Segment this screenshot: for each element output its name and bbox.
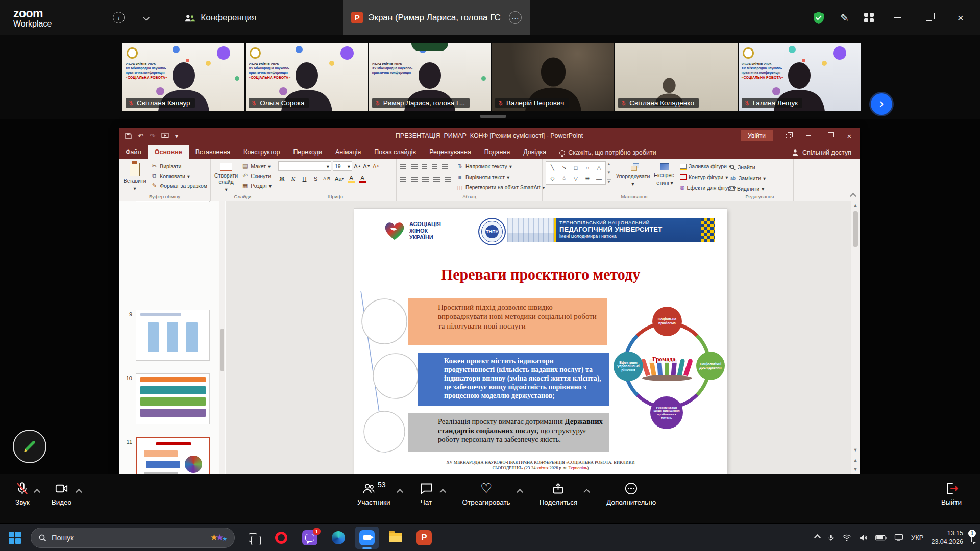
font-name-combo[interactable]: ▾ xyxy=(278,161,331,171)
line-spacing-icon[interactable] xyxy=(442,164,448,170)
slide[interactable]: АСОЦІАЦІЯ ЖІНОК УКРАЇНИ ТНПУ ТЕРНОПІЛЬСЬ… xyxy=(354,209,727,474)
slide-thumbnail-9[interactable] xyxy=(136,310,210,361)
video-tile[interactable]: Валерій Петрович xyxy=(492,43,614,111)
undo-icon[interactable]: ↶ xyxy=(138,132,143,140)
apps-grid-icon[interactable] xyxy=(864,13,874,22)
grow-font-button[interactable]: А▲ xyxy=(354,162,361,170)
qat-dropdown-icon[interactable]: ▾ xyxy=(175,132,179,140)
redo-icon[interactable]: ↷ xyxy=(150,132,155,140)
tab-animations[interactable]: Анімація xyxy=(329,145,368,159)
shape-glyph[interactable]: ↘ xyxy=(562,164,567,171)
video-tile[interactable]: 23-24 квітня 2026 XV Міжнародна науково-… xyxy=(246,43,368,111)
shape-glyph[interactable]: ▽ xyxy=(574,175,578,182)
change-case-button[interactable]: Аа▾ xyxy=(335,174,344,183)
tab-more-icon[interactable]: … xyxy=(509,11,522,24)
tab-meeting[interactable]: Конференция xyxy=(184,13,256,23)
clear-format-button[interactable]: А✗ xyxy=(372,162,380,170)
file-explorer-app[interactable] xyxy=(384,527,407,549)
edge-app[interactable] xyxy=(327,527,350,549)
select-button[interactable]: Виділити▾ xyxy=(729,184,790,193)
justify-icon[interactable] xyxy=(433,177,440,183)
quick-styles-button[interactable]: Експрес- стилі ▾ xyxy=(654,161,676,192)
tell-me-box[interactable]: Скажіть, що потрібно зробити xyxy=(553,146,663,159)
react-chevron[interactable] xyxy=(517,489,523,495)
participants-chevron[interactable] xyxy=(397,489,403,495)
increase-indent-icon[interactable] xyxy=(432,164,437,170)
tab-file[interactable]: Файл xyxy=(119,145,148,159)
shapes-gallery[interactable]: ╲ ↘ □ ○ △ ◇ ☆ ▽ ⊕ — ▲ ▼ ▼ xyxy=(546,161,612,192)
shape-glyph[interactable]: ⊕ xyxy=(585,175,590,182)
align-text-button[interactable]: ≡Вирівняти текст▾ xyxy=(456,172,545,182)
gallery-more-icon[interactable]: ▼ xyxy=(607,179,611,184)
advantage-block-2[interactable]: Кожен проєкт містить індикатори продукти… xyxy=(418,353,609,406)
ribbon-options-button[interactable] xyxy=(778,128,798,144)
save-icon[interactable] xyxy=(125,133,132,139)
speaker-icon[interactable] xyxy=(859,534,868,542)
vertical-scrollbar[interactable]: ▲ ▼ ▲ ▼ xyxy=(851,201,860,474)
meeting-info-icon[interactable]: i xyxy=(113,12,125,23)
annotation-pencil-button[interactable] xyxy=(13,430,46,463)
annotate-pencil-icon[interactable]: ✎ xyxy=(840,12,849,24)
scroll-down-button[interactable]: ▼ xyxy=(851,446,860,454)
down-arrow-icon[interactable]: ▼ xyxy=(607,170,611,175)
highlight-color-button[interactable]: А xyxy=(348,174,355,183)
bullets-icon[interactable] xyxy=(400,164,406,170)
tab-home[interactable]: Основне xyxy=(148,145,189,159)
decrease-indent-icon[interactable] xyxy=(422,164,427,170)
underline-button[interactable]: П xyxy=(301,174,308,183)
section-button[interactable]: ▦Розділ▾ xyxy=(241,181,272,190)
cut-button[interactable]: ✂Вирізати xyxy=(151,161,207,171)
ppt-restore-button[interactable] xyxy=(819,128,839,144)
tab-view[interactable]: Подання xyxy=(478,145,517,159)
taskbar-search[interactable]: Пошук ★ ★ ★ xyxy=(31,528,235,548)
tab-screen-share[interactable]: P Экран (Римар Лариса, голова ГС … xyxy=(343,0,530,35)
text-direction-button[interactable]: ⇅Напрямок тексту▾ xyxy=(456,161,545,171)
ppt-close-button[interactable]: × xyxy=(839,128,860,144)
battery-icon[interactable] xyxy=(875,535,887,541)
arrange-button[interactable]: Упорядкувати ▾ xyxy=(616,161,650,192)
scroll-thumb[interactable] xyxy=(853,211,858,247)
video-strip-drag-handle[interactable] xyxy=(480,115,506,118)
zoom-app-active[interactable] xyxy=(355,527,379,549)
shrink-font-button[interactable]: А▼ xyxy=(363,162,371,170)
previous-slide-button[interactable]: ▲ xyxy=(851,456,860,464)
task-view-button[interactable] xyxy=(241,527,264,549)
font-color-button[interactable]: А xyxy=(359,174,366,183)
slide-thumbnail-partial[interactable] xyxy=(136,201,210,202)
shape-glyph[interactable]: ☆ xyxy=(561,175,567,182)
viber-app[interactable]: 1 xyxy=(298,527,322,549)
shape-glyph[interactable]: □ xyxy=(574,165,578,171)
reset-button[interactable]: ↶Скинути xyxy=(241,171,272,181)
tab-transitions[interactable]: Переходи xyxy=(286,145,329,159)
video-tile-active-speaker[interactable]: 23-24 квітня 2026 XV Міжнародна науково-… xyxy=(369,43,491,111)
ppt-minimize-button[interactable] xyxy=(798,128,819,144)
shape-glyph[interactable]: △ xyxy=(597,164,601,171)
restore-button[interactable] xyxy=(921,10,937,26)
shape-glyph[interactable]: ○ xyxy=(585,165,589,171)
slideshow-icon[interactable] xyxy=(161,133,169,139)
next-slide-button[interactable]: ▼ xyxy=(851,465,860,473)
search-highlights-icon[interactable]: ★ ★ ★ xyxy=(210,533,227,542)
wifi-icon[interactable] xyxy=(842,534,851,541)
shape-glyph[interactable]: ◇ xyxy=(550,175,554,182)
tab-review[interactable]: Рецензування xyxy=(423,145,477,159)
smartart-button[interactable]: ◫Перетворити на об'єкт SmartArt▾ xyxy=(456,183,545,192)
strikethrough-button[interactable]: S xyxy=(312,174,320,183)
participants-button[interactable]: 53 Участники xyxy=(357,482,390,506)
shape-glyph[interactable]: — xyxy=(596,176,602,182)
footer-link[interactable]: Тернопіль xyxy=(569,465,587,470)
tab-help[interactable]: Довідка xyxy=(517,145,553,159)
footer-link[interactable]: квітня xyxy=(537,465,549,470)
align-right-icon[interactable] xyxy=(422,177,429,183)
share-chevron[interactable] xyxy=(583,489,590,495)
slide-thumbnail-10[interactable] xyxy=(136,373,210,424)
opera-app[interactable] xyxy=(270,527,293,549)
security-shield-icon[interactable] xyxy=(813,11,825,24)
close-button[interactable]: × xyxy=(952,10,969,26)
leave-button[interactable]: Выйти xyxy=(941,482,962,506)
shape-glyph[interactable]: ╲ xyxy=(551,164,554,171)
char-spacing-button[interactable]: АВ xyxy=(323,174,331,183)
up-arrow-icon[interactable]: ▲ xyxy=(607,162,611,166)
replace-button[interactable]: abЗамінити▾ xyxy=(729,173,790,183)
tab-insert[interactable]: Вставлення xyxy=(189,145,237,159)
